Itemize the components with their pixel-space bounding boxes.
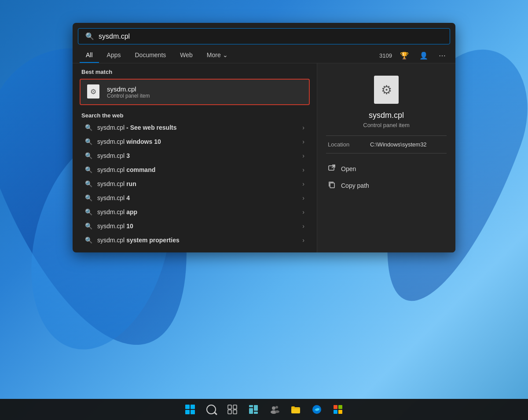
svg-point-11 — [275, 406, 278, 409]
location-value: C:\Windows\system32 — [370, 141, 427, 148]
start-button[interactable] — [181, 401, 199, 418]
web-result-left-1: 🔍 sysdm.cpl windows 10 — [85, 138, 161, 145]
open-action-label: Open — [341, 165, 356, 172]
web-search-icon-5: 🔍 — [85, 194, 92, 201]
web-result-left-6: 🔍 sysdm.cpl app — [85, 208, 137, 215]
right-panel-title: sysdm.cpl — [369, 111, 404, 120]
cpl-file-icon: ⚙ — [87, 84, 100, 99]
web-result-item-1[interactable]: 🔍 sysdm.cpl windows 10 › — [80, 135, 310, 149]
web-search-icon-2: 🔍 — [85, 152, 92, 159]
web-result-left-8: 🔍 sysdm.cpl system properties — [85, 237, 180, 244]
best-match-label: Best match — [80, 69, 310, 75]
best-match-item[interactable]: ⚙ sysdm.cpl Control panel item — [80, 79, 310, 105]
svg-rect-18 — [334, 410, 337, 414]
arrow-icon-5: › — [302, 194, 304, 201]
web-result-text-8: sysdm.cpl system properties — [97, 237, 180, 244]
tab-more[interactable]: More ⌄ — [201, 48, 234, 63]
right-gear-icon: ⚙ — [381, 83, 392, 97]
web-result-item-6[interactable]: 🔍 sysdm.cpl app › — [80, 205, 310, 219]
gear-icon: ⚙ — [90, 88, 96, 96]
web-search-icon-1: 🔍 — [85, 138, 92, 145]
teams-icon — [270, 405, 279, 414]
search-input[interactable] — [99, 33, 443, 40]
arrow-icon-4: › — [302, 180, 304, 187]
file-explorer-button[interactable] — [287, 401, 304, 418]
teams-button[interactable] — [266, 401, 283, 418]
tab-apps[interactable]: Apps — [101, 48, 127, 63]
web-result-text-3: sysdm.cpl command — [97, 166, 155, 173]
open-action[interactable]: Open — [326, 161, 447, 177]
web-search-icon-8: 🔍 — [85, 237, 92, 244]
web-result-item-2[interactable]: 🔍 sysdm.cpl 3 › — [80, 149, 310, 163]
web-result-text-5: sysdm.cpl 4 — [97, 194, 130, 201]
copy-icon — [328, 181, 337, 190]
arrow-icon-8: › — [302, 237, 304, 244]
store-button[interactable] — [329, 401, 347, 418]
tab-web[interactable]: Web — [174, 48, 199, 63]
tab-all[interactable]: All — [80, 48, 99, 63]
tab-documents[interactable]: Documents — [128, 48, 172, 63]
windows-logo-icon — [185, 405, 195, 414]
search-button[interactable] — [202, 401, 220, 418]
web-result-item-7[interactable]: 🔍 sysdm.cpl 10 › — [80, 219, 310, 233]
best-match-icon: ⚙ — [86, 84, 102, 100]
taskbar-search-icon — [206, 405, 216, 414]
left-panel: Best match ⚙ sysdm.cpl Control panel ite… — [73, 63, 317, 252]
web-result-left-5: 🔍 sysdm.cpl 4 — [85, 194, 130, 201]
svg-rect-5 — [233, 410, 237, 414]
web-result-item-8[interactable]: 🔍 sysdm.cpl system properties › — [80, 233, 310, 247]
arrow-icon-2: › — [302, 152, 304, 159]
location-label: Location — [328, 141, 363, 148]
svg-rect-7 — [249, 408, 253, 414]
person-icon[interactable]: 👤 — [417, 51, 431, 61]
svg-rect-19 — [338, 410, 342, 414]
edge-icon — [312, 405, 322, 414]
cpl-icon-page: ⚙ — [87, 84, 99, 99]
widgets-button[interactable] — [245, 401, 262, 418]
filter-tabs-bar: All Apps Documents Web More ⌄ 3109 🏆 👤 ⋯ — [73, 44, 455, 63]
web-search-icon-6: 🔍 — [85, 208, 92, 215]
svg-point-13 — [275, 410, 279, 413]
edge-button[interactable] — [308, 401, 326, 418]
web-result-text-0: sysdm.cpl - See web results — [97, 124, 177, 131]
best-match-subtitle: Control panel item — [107, 93, 150, 99]
best-match-title: sysdm.cpl — [107, 85, 150, 93]
copy-path-action[interactable]: Copy path — [326, 177, 447, 194]
widgets-icon — [249, 405, 258, 414]
web-result-item-0[interactable]: 🔍 sysdm.cpl - See web results › — [80, 121, 310, 135]
taskbar — [0, 399, 528, 420]
arrow-icon-0: › — [302, 124, 304, 131]
svg-rect-2 — [228, 405, 231, 409]
web-result-item-4[interactable]: 🔍 sysdm.cpl run › — [80, 177, 310, 191]
arrow-icon-7: › — [302, 223, 304, 230]
web-result-left-7: 🔍 sysdm.cpl 10 — [85, 223, 133, 230]
svg-rect-1 — [330, 183, 334, 188]
filter-tabs-left: All Apps Documents Web More ⌄ — [80, 48, 234, 63]
search-bar[interactable]: 🔍 — [78, 28, 450, 44]
svg-rect-9 — [254, 412, 258, 414]
more-options-icon[interactable]: ⋯ — [436, 51, 448, 61]
web-result-left-4: 🔍 sysdm.cpl run — [85, 180, 136, 187]
right-info-location-row: Location C:\Windows\system32 — [326, 141, 447, 148]
task-view-icon — [227, 405, 237, 414]
web-result-item-3[interactable]: 🔍 sysdm.cpl command › — [80, 163, 310, 177]
right-panel-file-icon: ⚙ — [372, 74, 400, 106]
search-bar-icon: 🔍 — [85, 32, 94, 40]
open-icon — [328, 164, 337, 174]
web-result-left-3: 🔍 sysdm.cpl command — [85, 166, 155, 173]
web-result-left-0: 🔍 sysdm.cpl - See web results — [85, 124, 177, 131]
copy-path-action-label: Copy path — [341, 182, 369, 189]
trophy-icon[interactable]: 🏆 — [397, 51, 411, 61]
filter-tabs-right: 3109 🏆 👤 ⋯ — [379, 51, 448, 61]
chevron-down-icon: ⌄ — [223, 51, 228, 58]
web-result-left-2: 🔍 sysdm.cpl 3 — [85, 152, 130, 159]
web-result-text-2: sysdm.cpl 3 — [97, 152, 130, 159]
result-count-badge: 3109 — [379, 52, 392, 59]
right-panel: ⚙ sysdm.cpl Control panel item Location … — [317, 63, 455, 252]
svg-rect-16 — [334, 405, 337, 409]
web-result-item-5[interactable]: 🔍 sysdm.cpl 4 › — [80, 191, 310, 205]
file-explorer-icon — [291, 405, 301, 414]
arrow-icon-6: › — [302, 208, 304, 215]
task-view-button[interactable] — [224, 401, 241, 418]
web-search-icon-0: 🔍 — [85, 124, 92, 131]
